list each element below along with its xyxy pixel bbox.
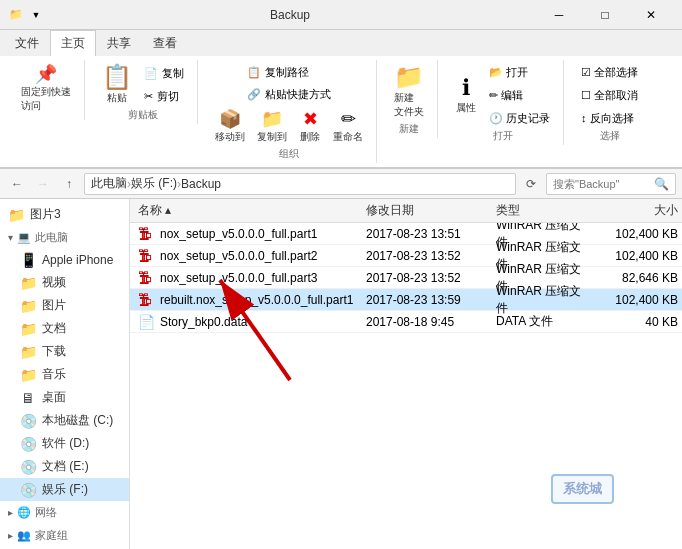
quick-access-arrow[interactable]: ▼ — [28, 7, 44, 23]
delete-icon: ✖ — [303, 110, 318, 128]
back-button[interactable]: ← — [6, 173, 28, 195]
tab-view[interactable]: 查看 — [142, 30, 188, 56]
ribbon-group-clipboard: 📋 粘贴 📄 复制 ✂ 剪切 剪贴板 — [89, 60, 198, 124]
rename-icon: ✏ — [341, 110, 356, 128]
copy-path-button[interactable]: 📋 复制路径 — [242, 62, 335, 83]
file-date: 2017-08-23 13:52 — [362, 271, 492, 285]
sidebar-section-network[interactable]: ▸ 🌐 网络 — [0, 501, 129, 524]
pin-icon: 📌 — [35, 65, 57, 83]
sidebar-item-label: Apple iPhone — [42, 253, 113, 267]
tab-share[interactable]: 共享 — [96, 30, 142, 56]
sidebar-item-drive-e[interactable]: 💿 文档 (E:) — [0, 455, 129, 478]
path-folder: Backup — [181, 177, 221, 191]
sidebar-item-music[interactable]: 📁 音乐 — [0, 363, 129, 386]
up-button[interactable]: ↑ — [58, 173, 80, 195]
forward-button[interactable]: → — [32, 173, 54, 195]
maximize-button[interactable]: □ — [582, 0, 628, 30]
sidebar-section-thispc[interactable]: ▾ 💻 此电脑 — [0, 226, 129, 249]
table-row[interactable]: 🗜 rebuilt.nox_setup_v5.0.0.0_full.part1 … — [130, 289, 682, 311]
open-button[interactable]: 📂 打开 — [484, 62, 555, 83]
delete-button[interactable]: ✖ 删除 — [294, 107, 326, 147]
sidebar-item-videos[interactable]: 📁 视频 — [0, 271, 129, 294]
sidebar-item-label: 音乐 — [42, 366, 66, 383]
copy-button[interactable]: 📄 复制 — [139, 63, 189, 84]
copy-to-button[interactable]: 📁 复制到 — [252, 107, 292, 147]
properties-button[interactable]: ℹ 属性 — [450, 74, 482, 118]
file-date: 2017-08-23 13:59 — [362, 293, 492, 307]
copyto-icon: 📁 — [261, 110, 283, 128]
address-bar: ← → ↑ 此电脑 › 娱乐 (F:) › Backup ⟳ 🔍 — [0, 169, 682, 199]
sidebar-item-documents[interactable]: 📁 文档 — [0, 317, 129, 340]
file-name: nox_setup_v5.0.0.0_full.part3 — [160, 271, 317, 285]
deselect-all-button[interactable]: ☐ 全部取消 — [576, 85, 643, 106]
col-header-type[interactable]: 类型 — [492, 202, 592, 219]
table-row[interactable]: 📄 Story_bkp0.data 2017-08-18 9:45 DATA 文… — [130, 311, 682, 333]
sidebar-item-drive-d[interactable]: 💿 软件 (D:) — [0, 432, 129, 455]
sidebar-item-downloads[interactable]: 📁 下载 — [0, 340, 129, 363]
drive-d-icon: 💿 — [20, 436, 36, 452]
file-list: 名称 ▴ 修改日期 类型 大小 🗜 nox_setup_v5.0.0.0_ful… — [130, 199, 682, 549]
invert-selection-button[interactable]: ↕ 反向选择 — [576, 108, 643, 129]
file-name: nox_setup_v5.0.0.0_full.part2 — [160, 249, 317, 263]
scissors-icon: ✂ — [144, 90, 153, 103]
move-to-button[interactable]: 📦 移动到 — [210, 107, 250, 147]
file-size: 102,400 KB — [592, 227, 682, 241]
search-icon: 🔍 — [654, 177, 669, 191]
desktop-folder-icon: 🖥 — [20, 390, 36, 406]
ribbon: 文件 主页 共享 查看 📌 固定到快速访问 📋 粘贴 📄 复制 ✂ 剪切 — [0, 30, 682, 169]
col-header-date[interactable]: 修改日期 — [362, 202, 492, 219]
sidebar-item-iphone[interactable]: 📱 Apple iPhone — [0, 249, 129, 271]
search-box[interactable]: 🔍 — [546, 173, 676, 195]
col-header-size[interactable]: 大小 — [592, 202, 682, 219]
sidebar-item-desktop[interactable]: 🖥 桌面 — [0, 386, 129, 409]
ribbon-group-organize: 📋 复制路径 🔗 粘贴快捷方式 📦 移动到 📁 复制到 ✖ 删除 ✏ — [202, 60, 377, 163]
select-all-button[interactable]: ☑ 全部选择 — [576, 62, 643, 83]
pin-quickaccess-button[interactable]: 📌 固定到快速访问 — [16, 62, 76, 116]
sidebar-item-drive-f[interactable]: 💿 娱乐 (F:) — [0, 478, 129, 501]
search-input[interactable] — [553, 178, 654, 190]
cut-button[interactable]: ✂ 剪切 — [139, 86, 189, 107]
address-path[interactable]: 此电脑 › 娱乐 (F:) › Backup — [84, 173, 516, 195]
new-folder-button[interactable]: 📁 新建文件夹 — [389, 62, 429, 122]
paste-button[interactable]: 📋 粘贴 — [97, 62, 137, 108]
tab-file[interactable]: 文件 — [4, 30, 50, 56]
rar-icon: 🗜 — [138, 292, 154, 308]
paste-shortcut-button[interactable]: 🔗 粘贴快捷方式 — [242, 84, 335, 105]
window-icon[interactable]: 📁 — [8, 7, 24, 23]
sidebar-item-label: 娱乐 (F:) — [42, 481, 88, 498]
window-controls: ─ □ ✕ — [536, 0, 674, 30]
phone-icon: 📱 — [20, 252, 36, 268]
col-header-name[interactable]: 名称 ▴ — [130, 202, 362, 219]
minimize-button[interactable]: ─ — [536, 0, 582, 30]
sidebar-item-label: 桌面 — [42, 389, 66, 406]
sidebar-item-pictures[interactable]: 📁 图片 — [0, 294, 129, 317]
chevron-right-icon2: ▸ — [8, 530, 13, 541]
move-icon: 📦 — [219, 110, 241, 128]
folder-icon: 📁 — [8, 207, 24, 223]
edit-button[interactable]: ✏ 编辑 — [484, 85, 555, 106]
newfolder-icon: 📁 — [394, 65, 424, 89]
sidebar-item-label: 文档 — [42, 320, 66, 337]
rar-icon: 🗜 — [138, 248, 154, 264]
rar-icon: 🗜 — [138, 226, 154, 242]
table-row[interactable]: 🗜 nox_setup_v5.0.0.0_full.part3 2017-08-… — [130, 267, 682, 289]
sidebar-item-label: 文档 (E:) — [42, 458, 89, 475]
rename-button[interactable]: ✏ 重命名 — [328, 107, 368, 147]
table-row[interactable]: 🗜 nox_setup_v5.0.0.0_full.part1 2017-08-… — [130, 223, 682, 245]
refresh-button[interactable]: ⟳ — [520, 173, 542, 195]
sidebar-item-pictures3[interactable]: 📁 图片3 — [0, 203, 129, 226]
file-list-header: 名称 ▴ 修改日期 类型 大小 — [130, 199, 682, 223]
sidebar-item-drive-c[interactable]: 💿 本地磁盘 (C:) — [0, 409, 129, 432]
rar-icon: 🗜 — [138, 270, 154, 286]
docs-folder-icon: 📁 — [20, 321, 36, 337]
tab-home[interactable]: 主页 — [50, 30, 96, 56]
ribbon-group-select: ☑ 全部选择 ☐ 全部取消 ↕ 反向选择 选择 — [568, 60, 651, 145]
music-folder-icon: 📁 — [20, 367, 36, 383]
ribbon-tabs: 文件 主页 共享 查看 — [0, 30, 682, 56]
history-button[interactable]: 🕐 历史记录 — [484, 108, 555, 129]
chevron-right-icon: ▸ — [8, 507, 13, 518]
sidebar-section-homegroup[interactable]: ▸ 👥 家庭组 — [0, 524, 129, 547]
title-bar-icons: 📁 ▼ — [8, 7, 44, 23]
close-button[interactable]: ✕ — [628, 0, 674, 30]
table-row[interactable]: 🗜 nox_setup_v5.0.0.0_full.part2 2017-08-… — [130, 245, 682, 267]
